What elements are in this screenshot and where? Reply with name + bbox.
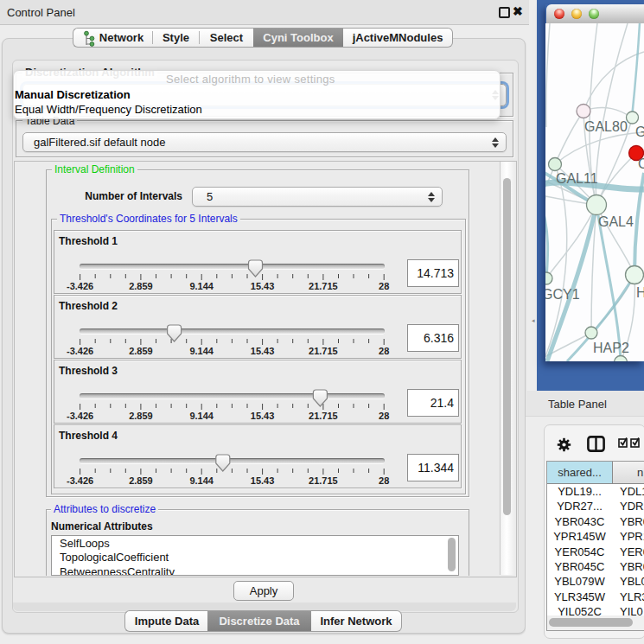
svg-text:GCY1: GCY1 xyxy=(545,287,580,302)
svg-text:GAL11: GAL11 xyxy=(556,171,598,186)
svg-text:H: H xyxy=(636,285,644,300)
svg-text:C: C xyxy=(638,156,644,171)
svg-text:GAL80: GAL80 xyxy=(584,119,628,134)
svg-text:HAP2: HAP2 xyxy=(593,341,629,355)
svg-text:G.: G. xyxy=(635,124,644,139)
svg-text:GAL4: GAL4 xyxy=(598,214,634,229)
